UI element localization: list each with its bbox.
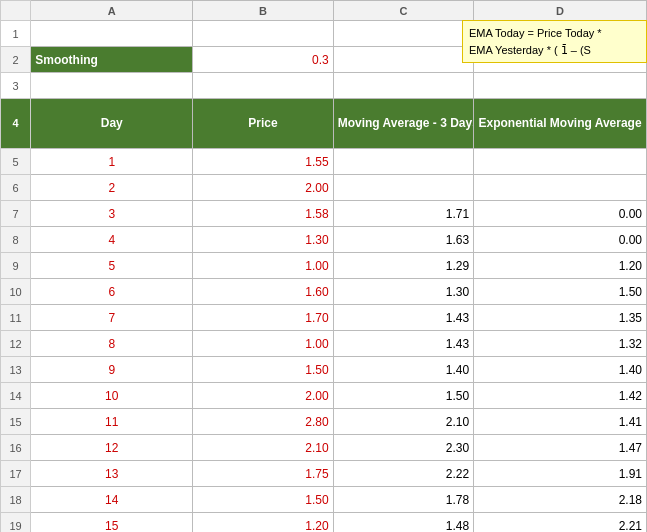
day-cell[interactable]: 11 (31, 409, 193, 435)
ema-cell[interactable] (474, 149, 647, 175)
ma-cell[interactable]: 1.71 (333, 201, 473, 227)
smoothing-value[interactable]: 0.3 (193, 47, 333, 73)
price-cell[interactable]: 1.70 (193, 305, 333, 331)
row-num-15: 15 (1, 409, 31, 435)
day-cell[interactable]: 13 (31, 461, 193, 487)
smoothing-label[interactable]: Smoothing (31, 47, 193, 73)
ma-cell[interactable]: 1.43 (333, 305, 473, 331)
row3-a[interactable] (31, 73, 193, 99)
price-cell[interactable]: 2.80 (193, 409, 333, 435)
ma-cell[interactable]: 2.10 (333, 409, 473, 435)
day-cell[interactable]: 9 (31, 357, 193, 383)
price-cell[interactable]: 1.00 (193, 253, 333, 279)
ema-cell[interactable]: 1.40 (474, 357, 647, 383)
main-table: A B C D 1 2 Smoothing 0.3 3 (0, 0, 647, 532)
day-cell[interactable]: 5 (31, 253, 193, 279)
ema-cell[interactable] (474, 175, 647, 201)
table-row: 1171.701.431.35 (1, 305, 647, 331)
tooltip-line2: EMA Yesterday * ( 1̄ – (S (469, 44, 591, 56)
ema-cell[interactable]: 1.35 (474, 305, 647, 331)
day-cell[interactable]: 7 (31, 305, 193, 331)
table-row: 19151.201.482.21 (1, 513, 647, 533)
table-row: 731.581.710.00 (1, 201, 647, 227)
ma-cell[interactable]: 1.43 (333, 331, 473, 357)
ema-cell[interactable]: 2.18 (474, 487, 647, 513)
col-b-header: B (193, 1, 333, 21)
day-cell[interactable]: 10 (31, 383, 193, 409)
ema-cell[interactable]: 1.42 (474, 383, 647, 409)
row1-a[interactable] (31, 21, 193, 47)
ema-cell[interactable]: 1.20 (474, 253, 647, 279)
row-num-13: 13 (1, 357, 31, 383)
price-cell[interactable]: 1.60 (193, 279, 333, 305)
row3-d[interactable] (474, 73, 647, 99)
ma-cell[interactable]: 1.40 (333, 357, 473, 383)
table-row: 16122.102.301.47 (1, 435, 647, 461)
row-num-19: 19 (1, 513, 31, 533)
ma-cell[interactable]: 2.22 (333, 461, 473, 487)
table-row: 15112.802.101.41 (1, 409, 647, 435)
day-cell[interactable]: 4 (31, 227, 193, 253)
row3-c[interactable] (333, 73, 473, 99)
ma-cell[interactable]: 1.78 (333, 487, 473, 513)
tooltip-line1: EMA Today = Price Today * (469, 27, 602, 39)
price-cell[interactable]: 2.00 (193, 175, 333, 201)
ema-cell[interactable]: 1.91 (474, 461, 647, 487)
day-cell[interactable]: 8 (31, 331, 193, 357)
day-cell[interactable]: 14 (31, 487, 193, 513)
price-cell[interactable]: 1.50 (193, 487, 333, 513)
day-cell[interactable]: 15 (31, 513, 193, 533)
ma-cell[interactable] (333, 149, 473, 175)
ma-cell[interactable]: 1.29 (333, 253, 473, 279)
ema-cell[interactable]: 0.00 (474, 201, 647, 227)
table-row: 1061.601.301.50 (1, 279, 647, 305)
price-cell[interactable]: 1.20 (193, 513, 333, 533)
price-cell[interactable]: 1.75 (193, 461, 333, 487)
row-num-14: 14 (1, 383, 31, 409)
data-header-row: 4 Day Price Moving Average - 3 Days Expo… (1, 99, 647, 149)
ema-cell[interactable]: 0.00 (474, 227, 647, 253)
row-num-17: 17 (1, 461, 31, 487)
day-cell[interactable]: 1 (31, 149, 193, 175)
row-num-5: 5 (1, 149, 31, 175)
ma-cell[interactable]: 1.30 (333, 279, 473, 305)
row1-c[interactable] (333, 21, 473, 47)
day-cell[interactable]: 6 (31, 279, 193, 305)
day-cell[interactable]: 12 (31, 435, 193, 461)
price-cell[interactable]: 2.00 (193, 383, 333, 409)
ma-cell[interactable]: 1.63 (333, 227, 473, 253)
row-num-12: 12 (1, 331, 31, 357)
price-cell[interactable]: 2.10 (193, 435, 333, 461)
table-row: 18141.501.782.18 (1, 487, 647, 513)
day-cell[interactable]: 2 (31, 175, 193, 201)
day-header: Day (31, 99, 193, 149)
row-num-2: 2 (1, 47, 31, 73)
row-num-7: 7 (1, 201, 31, 227)
row2-c[interactable] (333, 47, 473, 73)
row-num-18: 18 (1, 487, 31, 513)
row3-b[interactable] (193, 73, 333, 99)
spreadsheet-container: EMA Today = Price Today * EMA Yesterday … (0, 0, 647, 532)
day-cell[interactable]: 3 (31, 201, 193, 227)
price-cell[interactable]: 1.00 (193, 331, 333, 357)
row-num-4: 4 (1, 99, 31, 149)
price-cell[interactable]: 1.55 (193, 149, 333, 175)
ema-tooltip: EMA Today = Price Today * EMA Yesterday … (462, 20, 647, 63)
row-num-1: 1 (1, 21, 31, 47)
price-cell[interactable]: 1.50 (193, 357, 333, 383)
corner-cell (1, 1, 31, 21)
ma-cell[interactable]: 2.30 (333, 435, 473, 461)
col-a-header: A (31, 1, 193, 21)
ma-cell[interactable] (333, 175, 473, 201)
row1-b[interactable] (193, 21, 333, 47)
ema-cell[interactable]: 2.21 (474, 513, 647, 533)
ma-header: Moving Average - 3 Days (333, 99, 473, 149)
ema-cell[interactable]: 1.41 (474, 409, 647, 435)
ema-cell[interactable]: 1.32 (474, 331, 647, 357)
ma-cell[interactable]: 1.48 (333, 513, 473, 533)
ema-cell[interactable]: 1.50 (474, 279, 647, 305)
ema-cell[interactable]: 1.47 (474, 435, 647, 461)
price-cell[interactable]: 1.58 (193, 201, 333, 227)
ma-cell[interactable]: 1.50 (333, 383, 473, 409)
price-cell[interactable]: 1.30 (193, 227, 333, 253)
